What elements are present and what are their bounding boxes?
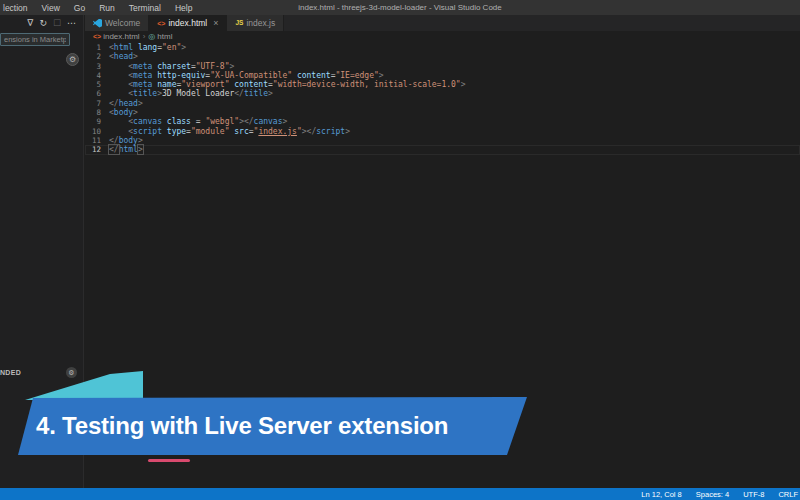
clear-icon[interactable]: ☐ [51,19,63,28]
code-line: 4 <meta http-equiv="X-UA-Compatible" con… [85,71,800,80]
menu-item[interactable]: Go [67,3,92,13]
code-text: <meta name="viewport" content="width=dev… [109,80,466,89]
code-text: <canvas class = "webgl"></canvas> [109,117,287,126]
line-number: 6 [85,89,109,98]
tab-bar: Welcome<>index.html×JSindex.js [85,15,800,31]
status-cursor-position[interactable]: Ln 12, Col 8 [634,490,688,499]
line-number: 4 [85,71,109,80]
menu-item[interactable]: Help [168,3,199,13]
line-number: 2 [85,52,109,61]
status-indentation[interactable]: Spaces: 4 [689,490,736,499]
line-number: 7 [85,99,109,108]
breadcrumb-label: index.html [103,32,139,41]
symbol-icon: ◎ [148,33,155,41]
code-line: 3 <meta charset="UTF-8"> [85,62,800,71]
code-text: <meta charset="UTF-8"> [109,62,234,71]
line-number: 9 [85,117,109,126]
breadcrumb-item[interactable]: ◎html [148,32,172,41]
window-title: index.html - threejs-3d-model-loader - V… [200,3,600,12]
tab-label: index.js [246,18,275,28]
code-line: 8<body> [85,108,800,117]
tab-label: index.html [168,18,207,28]
vscode-window: lectionViewGoRunTerminalHelp index.html … [0,0,800,500]
gear-icon[interactable]: ⚙ [66,53,79,66]
menu-item[interactable]: lection [0,3,35,13]
code-text: <title>3D Model Loader</title> [109,89,273,98]
slide-banner: 4. Testing with Live Server extension [0,368,545,468]
line-number: 12 [85,145,109,154]
code-line: 1<html lang="en"> [85,43,800,52]
refresh-icon[interactable]: ↻ [37,19,49,28]
code-text: <body> [109,108,138,117]
breadcrumb-item[interactable]: <>index.html [93,32,140,41]
code-text: <script type="module" src="index.js"></s… [109,127,350,136]
code-text: <html lang="en"> [109,43,186,52]
code-line: 6 <title>3D Model Loader</title> [85,89,800,98]
menu-item[interactable]: View [35,3,67,13]
line-number: 8 [85,108,109,117]
menu-bar-items: lectionViewGoRunTerminalHelp [0,3,199,13]
banner-title: 4. Testing with Live Server extension [36,397,516,455]
js-icon: JS [235,20,243,27]
menu-item[interactable]: Terminal [122,3,168,13]
status-encoding[interactable]: UTF-8 [736,490,771,499]
status-eol[interactable]: CRLF [771,490,800,499]
code-line: 5 <meta name="viewport" content="width=d… [85,80,800,89]
extensions-search-input[interactable] [0,33,70,46]
vscode-logo-icon [93,19,102,28]
line-number: 3 [85,62,109,71]
html-icon: <> [157,20,165,27]
code-text: <head> [109,52,138,61]
breadcrumb: <>index.html›◎html [85,31,800,42]
menu-bar: lectionViewGoRunTerminalHelp index.html … [0,0,800,15]
status-bar: Ln 12, Col 8Spaces: 4UTF-8CRLF [0,488,800,500]
code-text: </html> [109,145,144,154]
tab-welcome[interactable]: Welcome [85,15,149,31]
tab-index-js[interactable]: JSindex.js [227,15,284,31]
banner-underline [148,459,190,462]
line-number: 11 [85,136,109,145]
chevron-right-icon: › [143,32,146,41]
line-number: 1 [85,43,109,52]
tab-label: Welcome [105,18,140,28]
line-number: 10 [85,127,109,136]
breadcrumb-label: html [157,32,172,41]
code-line: 11</body> [85,136,800,145]
code-line: 10 <script type="module" src="index.js">… [85,127,800,136]
cursor-caret [143,146,144,154]
tab-close-icon[interactable]: × [213,18,218,28]
extensions-toolbar: ∇↻☐⋯ [0,15,83,31]
code-line: 7</head> [85,99,800,108]
code-text: </head> [109,99,143,108]
line-number: 5 [85,80,109,89]
code-text: <meta http-equiv="X-UA-Compatible" conte… [109,71,384,80]
menu-item[interactable]: Run [92,3,122,13]
code-line: 9 <canvas class = "webgl"></canvas> [85,117,800,126]
html-icon: <> [93,33,101,40]
code-line: 2<head> [85,52,800,61]
more-actions-icon[interactable]: ⋯ [65,19,78,28]
filter-icon[interactable]: ∇ [25,19,35,28]
code-line: 12</html> [85,145,800,154]
code-text: </body> [109,136,143,145]
tab-index-html[interactable]: <>index.html× [149,15,227,31]
